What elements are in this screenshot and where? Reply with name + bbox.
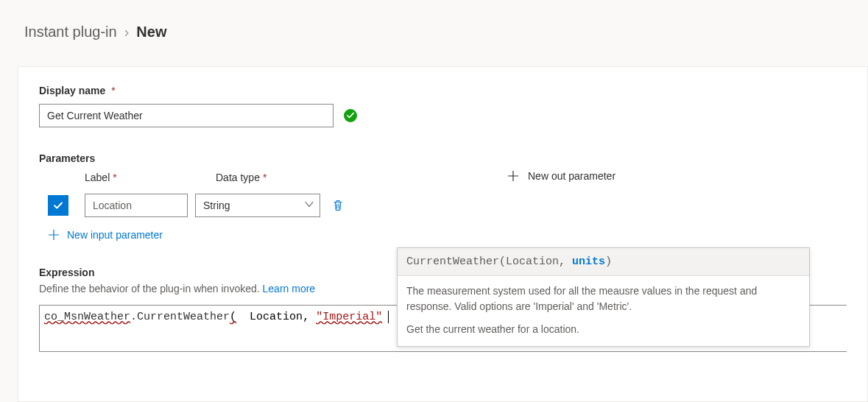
parameter-row: String (39, 194, 847, 217)
parameters-area: New out parameter Label* Data type* Stri… (39, 172, 847, 243)
display-name-input[interactable] (39, 104, 334, 127)
success-check-icon (344, 109, 357, 122)
parameter-datatype-select[interactable]: String (195, 194, 320, 217)
parameters-heading: Parameters (39, 152, 847, 164)
intellisense-tooltip: CurrentWeather(Location, units) The meas… (397, 247, 810, 347)
display-name-label: Display name (39, 85, 105, 96)
breadcrumb-current: New (136, 24, 166, 40)
new-out-parameter-label: New out parameter (528, 170, 615, 182)
trash-icon (332, 200, 344, 211)
breadcrumb-parent[interactable]: Instant plug-in (24, 24, 117, 40)
learn-more-link[interactable]: Learn more (263, 283, 316, 295)
parameter-label-input[interactable] (85, 194, 188, 217)
new-out-parameter-button[interactable]: New out parameter (507, 170, 615, 182)
expression-heading: Expression (39, 267, 94, 278)
intellisense-fn-help: Get the current weather for a location. (406, 322, 800, 337)
plus-icon (48, 229, 60, 241)
column-label: Label* (85, 172, 208, 183)
column-datatype: Data type* (216, 172, 334, 183)
delete-parameter-button[interactable] (331, 198, 345, 213)
required-indicator: * (111, 85, 115, 96)
display-name-field: Display name * (39, 85, 847, 127)
intellisense-signature: CurrentWeather(Location, units) (398, 248, 809, 276)
parameters-columns: Label* Data type* (39, 172, 847, 183)
new-input-parameter-label: New input parameter (67, 229, 163, 241)
breadcrumb: Instant plug-in › New (0, 0, 868, 40)
plus-icon (507, 170, 519, 182)
intellisense-param-help: The measurement system used for all the … (406, 283, 800, 314)
parameter-checkbox[interactable] (48, 195, 68, 216)
new-input-parameter-button[interactable]: New input parameter (48, 229, 163, 241)
chevron-right-icon: › (124, 24, 130, 40)
form-panel: Display name * Parameters New out parame… (18, 66, 868, 402)
